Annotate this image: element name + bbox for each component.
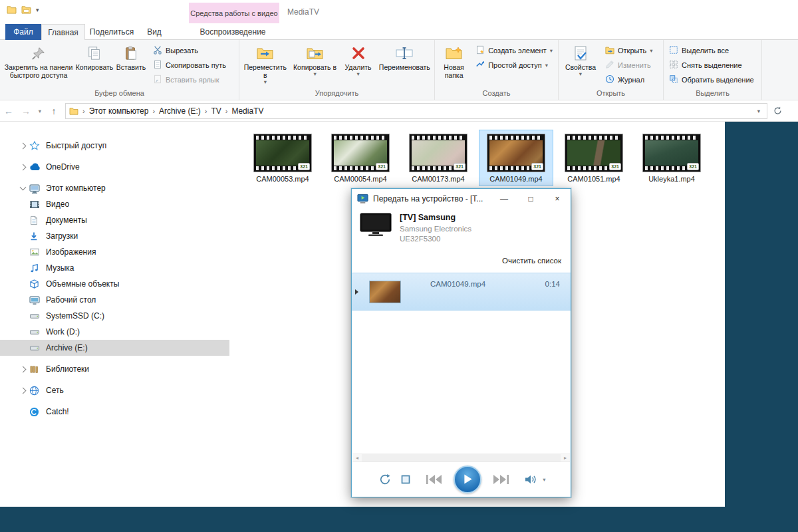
invert-selection-button[interactable]: Обратить выделение — [665, 72, 758, 87]
tab-view[interactable]: Вид — [138, 24, 170, 40]
sidebar-item-desktop[interactable]: Рабочий стол — [0, 292, 229, 308]
rename-button[interactable]: Переименовать — [376, 41, 433, 88]
breadcrumb-this-pc[interactable]: Этот компьютер — [88, 106, 150, 116]
dropdown-caret-icon: ▾ — [545, 63, 548, 68]
properties-button[interactable]: Свойства ▾ — [560, 41, 601, 88]
scrollbar-track[interactable] — [362, 454, 561, 462]
volume-button[interactable] — [525, 474, 538, 485]
sidebar-item-archive-e[interactable]: Archive (E:) — [0, 340, 229, 356]
breadcrumb-tv[interactable]: TV — [209, 106, 222, 116]
chevron-right-icon[interactable] — [17, 367, 28, 372]
stop-button[interactable] — [401, 475, 410, 484]
paste-shortcut-button[interactable]: Вставить ярлык — [149, 72, 230, 87]
paste-button[interactable]: Вставить — [113, 41, 149, 88]
sidebar-item-libraries[interactable]: Библиотеки — [0, 361, 229, 377]
new-folder-button[interactable]: Новая папка — [436, 41, 471, 88]
file-cam00054[interactable]: 321 CAM00054.mp4 — [323, 130, 398, 186]
select-none-button[interactable]: Снять выделение — [665, 58, 758, 72]
play-button[interactable] — [454, 466, 481, 493]
copy-to-button[interactable]: Копировать в ▾ — [290, 41, 340, 88]
tab-home[interactable]: Главная — [41, 24, 85, 40]
contextual-tab-video-tools[interactable]: Средства работы с видео — [189, 3, 279, 23]
sidebar-item-work-d[interactable]: Work (D:) — [0, 324, 229, 340]
back-button[interactable]: ← — [0, 106, 17, 116]
address-dropdown-icon[interactable]: ▾ — [754, 108, 763, 114]
sidebar-item-systemssd-c[interactable]: SystemSSD (C:) — [0, 308, 229, 324]
sidebar-item-documents[interactable]: Документы — [0, 212, 229, 228]
repeat-button[interactable] — [378, 473, 392, 485]
tab-share[interactable]: Поделиться — [85, 24, 138, 40]
next-button[interactable] — [492, 474, 509, 485]
cut-button[interactable]: Вырезать — [149, 43, 230, 58]
file-cam01051[interactable]: 321 CAM01051.mp4 — [557, 130, 631, 186]
qat-customize-icon[interactable]: ▾ — [36, 7, 39, 13]
recent-locations-caret-icon[interactable]: ▾ — [35, 108, 45, 114]
sidebar-item-3d-objects[interactable]: Объемные объекты — [0, 276, 229, 292]
file-cam00173[interactable]: 321 CAM00173.mp4 — [401, 130, 475, 186]
playlist-item-duration: 0:14 — [545, 280, 560, 288]
file-ukleyka1[interactable]: 321 Ukleyka1.mp4 — [634, 130, 709, 186]
sidebar-item-downloads[interactable]: Загрузки — [0, 228, 229, 244]
chevron-right-icon[interactable] — [17, 144, 28, 148]
pencil-icon — [605, 60, 614, 70]
folder-icon[interactable] — [7, 5, 17, 14]
pin-to-quick-access-button[interactable]: Закрепить на панели быстрого доступа — [1, 41, 76, 88]
forward-button[interactable]: → — [17, 106, 35, 116]
refresh-icon[interactable] — [767, 106, 787, 115]
playlist-item[interactable]: CAM01049.mp4 0:14 — [352, 273, 571, 311]
crumb-separator-icon[interactable]: › — [202, 107, 210, 115]
sidebar-item-onedrive[interactable]: OneDrive — [0, 159, 229, 175]
new-item-button[interactable]: Создать элемент ▾ — [471, 43, 557, 58]
playlist-thumbnail — [369, 281, 401, 303]
file-cam00053[interactable]: 321 CAM00053.mp4 — [245, 130, 320, 186]
select-all-button[interactable]: Выделить все — [665, 43, 758, 58]
address-input[interactable]: › Этот компьютер › Archive (E:) › TV › M… — [65, 103, 767, 119]
minimize-button[interactable]: — — [491, 189, 517, 209]
tab-file[interactable]: Файл — [5, 24, 41, 40]
drive-icon — [29, 311, 42, 321]
dialog-title-bar[interactable]: Передать на устройство - [T... — □ × — [352, 189, 571, 209]
sidebar-item-catch[interactable]: Catch! — [0, 404, 229, 420]
desktop-background: ▾ Средства работы с видео MediaTV Файл Г… — [0, 0, 798, 532]
tab-playback[interactable]: Воспроизведение — [190, 24, 275, 40]
copy-path-button[interactable]: Скопировать путь — [149, 58, 230, 72]
this-pc-icon — [29, 183, 42, 194]
downloads-icon — [29, 231, 42, 241]
scroll-left-icon[interactable]: ◂ — [352, 454, 362, 462]
playlist-scrollbar[interactable]: ◂ ▸ — [352, 454, 570, 462]
edit-button[interactable]: Изменить — [601, 58, 656, 72]
clear-list-link[interactable]: Очистить список — [502, 257, 561, 265]
delete-button[interactable]: Удалить ▾ — [340, 41, 376, 88]
copy-button[interactable]: Копировать — [76, 41, 113, 88]
sidebar-item-this-pc[interactable]: Этот компьютер — [0, 180, 229, 196]
chevron-down-icon[interactable] — [17, 187, 28, 190]
up-button[interactable]: ↑ — [45, 106, 63, 116]
breadcrumb-archive-e[interactable]: Archive (E:) — [158, 106, 202, 116]
previous-button[interactable] — [426, 474, 443, 485]
folder-properties-icon[interactable] — [21, 5, 31, 14]
group-name-open: Открыть — [559, 88, 663, 100]
open-button[interactable]: Открыть ▾ — [601, 43, 656, 58]
easy-access-button[interactable]: Простой доступ ▾ — [471, 58, 557, 72]
maximize-button[interactable]: □ — [517, 189, 544, 209]
history-button[interactable]: Журнал — [601, 72, 656, 87]
move-to-button[interactable]: Переместить в ▾ — [241, 41, 290, 88]
crumb-separator-icon[interactable]: › — [150, 107, 158, 115]
crumb-separator-icon[interactable]: › — [223, 107, 231, 115]
video-thumbnail: 321 — [565, 134, 623, 172]
sidebar-item-music[interactable]: Музыка — [0, 260, 229, 276]
crumb-separator-icon[interactable]: › — [80, 107, 88, 115]
chevron-right-icon[interactable] — [17, 165, 28, 170]
close-button[interactable]: × — [544, 189, 571, 209]
breadcrumb-mediatv[interactable]: MediaTV — [230, 106, 265, 116]
volume-caret-icon[interactable]: ▾ — [543, 476, 545, 483]
device-text: [TV] Samsung Samsung Electronics UE32F53… — [400, 213, 471, 244]
file-cam01049-selected[interactable]: 321 CAM01049.mp4 — [479, 130, 553, 186]
scroll-right-icon[interactable]: ▸ — [561, 454, 570, 462]
sidebar-item-pictures[interactable]: Изображения — [0, 244, 229, 260]
chevron-right-icon[interactable] — [17, 388, 28, 393]
media-badge: 321 — [687, 163, 699, 170]
sidebar-item-quick-access[interactable]: Быстрый доступ — [0, 138, 229, 154]
sidebar-item-network[interactable]: Сеть — [0, 382, 229, 398]
sidebar-item-videos[interactable]: Видео — [0, 196, 229, 212]
